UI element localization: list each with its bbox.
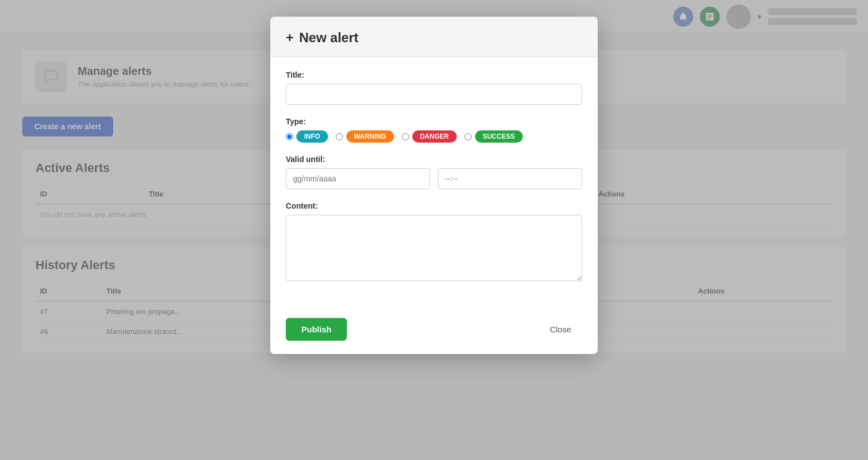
title-label: Title:: [286, 70, 582, 79]
type-option-info: INFO: [286, 130, 328, 143]
badge-success[interactable]: SUCCESS: [475, 130, 523, 143]
new-alert-modal: + New alert Title: Type: INFO WARNING: [270, 17, 598, 354]
valid-until-group: Valid until:: [286, 155, 582, 189]
plus-icon: +: [286, 30, 294, 46]
type-options: INFO WARNING DANGER SUCCESS: [286, 130, 582, 143]
badge-danger[interactable]: DANGER: [412, 130, 457, 143]
type-option-danger: DANGER: [402, 130, 457, 143]
radio-success[interactable]: [465, 133, 472, 140]
badge-warning[interactable]: WARNING: [346, 130, 394, 143]
title-input[interactable]: [286, 84, 582, 105]
title-group: Title:: [286, 70, 582, 105]
datetime-row: [286, 168, 582, 189]
valid-until-label: Valid until:: [286, 155, 582, 164]
type-group: Type: INFO WARNING DANGER SUCCESS: [286, 117, 582, 143]
modal-title: New alert: [299, 30, 359, 46]
modal-footer-right: Close: [539, 319, 582, 340]
modal-header: + New alert: [270, 17, 598, 57]
content-label: Content:: [286, 201, 582, 210]
date-input[interactable]: [286, 168, 430, 189]
publish-button[interactable]: Publish: [286, 318, 347, 341]
radio-info[interactable]: [286, 133, 293, 140]
modal-footer: Publish Close: [270, 309, 598, 354]
radio-warning[interactable]: [336, 133, 343, 140]
content-textarea[interactable]: [286, 215, 582, 281]
content-group: Content:: [286, 201, 582, 284]
type-label: Type:: [286, 117, 582, 126]
radio-danger[interactable]: [402, 133, 409, 140]
type-option-warning: WARNING: [336, 130, 394, 143]
close-button[interactable]: Close: [539, 319, 582, 340]
modal-body: Title: Type: INFO WARNING DANGER: [270, 57, 598, 309]
type-option-success: SUCCESS: [465, 130, 523, 143]
time-input[interactable]: [438, 168, 582, 189]
badge-info[interactable]: INFO: [296, 130, 328, 143]
